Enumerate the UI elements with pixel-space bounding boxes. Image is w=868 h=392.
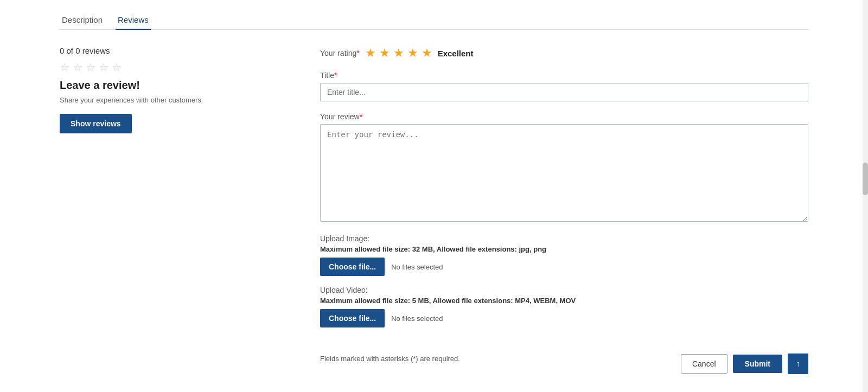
submit-button[interactable]: Submit: [733, 355, 782, 373]
title-label: Title*: [320, 71, 808, 80]
upload-video-info: Maximum allowed file size: 5 MB, Allowed…: [320, 297, 808, 305]
review-label: Your review*: [320, 112, 808, 121]
leave-review-title: Leave a review!: [60, 79, 288, 92]
show-reviews-button[interactable]: Show reviews: [60, 114, 132, 133]
rating-star-3[interactable]: ★: [393, 46, 404, 60]
rating-star-1[interactable]: ★: [365, 46, 376, 60]
tab-reviews[interactable]: Reviews: [116, 11, 151, 30]
cancel-button[interactable]: Cancel: [681, 354, 727, 374]
page-container: Description Reviews 0 of 0 reviews ☆ ☆ ☆…: [0, 0, 868, 392]
main-layout: 0 of 0 reviews ☆ ☆ ☆ ☆ ☆ Leave a review!…: [60, 46, 808, 374]
no-files-image-text: No files selected: [391, 263, 443, 271]
title-field-group: Title*: [320, 71, 808, 101]
bottom-bar: Cancel Submit ↑: [681, 354, 808, 374]
upload-video-label: Upload Video:: [320, 286, 808, 294]
star-5[interactable]: ☆: [112, 61, 123, 72]
rating-label: Your rating*: [320, 49, 360, 57]
share-text: Share your experiences with other custom…: [60, 96, 288, 104]
required-note: Fields marked with asterisks (*) are req…: [320, 355, 460, 363]
star-4[interactable]: ☆: [99, 61, 110, 72]
choose-video-button[interactable]: Choose file...: [320, 309, 385, 327]
choose-image-button[interactable]: Choose file...: [320, 258, 385, 276]
upload-image-info: Maximum allowed file size: 32 MB, Allowe…: [320, 245, 808, 253]
scrollbar-thumb[interactable]: [863, 163, 868, 195]
title-input[interactable]: [320, 83, 808, 101]
rating-star-2[interactable]: ★: [379, 46, 390, 60]
rating-star-5[interactable]: ★: [422, 46, 432, 60]
star-1[interactable]: ☆: [60, 61, 71, 72]
no-files-video-text: No files selected: [391, 314, 443, 323]
stars-display: ☆ ☆ ☆ ☆ ☆: [60, 61, 288, 72]
star-2[interactable]: ☆: [73, 61, 84, 72]
left-column: 0 of 0 reviews ☆ ☆ ☆ ☆ ☆ Leave a review!…: [60, 46, 288, 374]
upload-image-row: Choose file... No files selected: [320, 258, 808, 276]
review-field-group: Your review*: [320, 112, 808, 223]
rating-star-4[interactable]: ★: [407, 46, 418, 60]
review-textarea[interactable]: [320, 124, 808, 222]
star-3[interactable]: ☆: [86, 61, 97, 72]
scrollbar-track: [863, 0, 868, 392]
rating-row: Your rating* ★ ★ ★ ★ ★ Excellent: [320, 46, 808, 60]
right-column: Your rating* ★ ★ ★ ★ ★ Excellent Title* …: [320, 46, 808, 374]
rating-text: Excellent: [438, 49, 474, 58]
upload-video-section: Upload Video: Maximum allowed file size:…: [320, 286, 808, 327]
upload-image-section: Upload Image: Maximum allowed file size:…: [320, 234, 808, 276]
back-to-top-button[interactable]: ↑: [788, 354, 808, 374]
review-count: 0 of 0 reviews: [60, 46, 288, 55]
tabs: Description Reviews: [60, 11, 808, 30]
upload-video-row: Choose file... No files selected: [320, 309, 808, 327]
upload-image-label: Upload Image:: [320, 234, 808, 243]
tab-description[interactable]: Description: [60, 11, 105, 30]
